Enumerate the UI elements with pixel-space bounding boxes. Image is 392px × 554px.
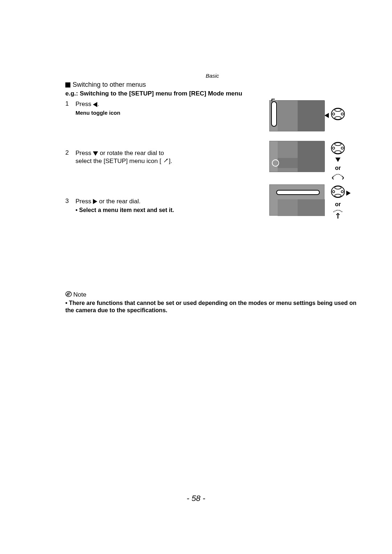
note-icon — [65, 291, 72, 299]
camera-screen-3 — [269, 184, 324, 216]
step1-press: Press — [75, 101, 91, 107]
menu-toggle-label: Menu toggle icon — [75, 110, 207, 116]
svg-point-7 — [335, 143, 341, 146]
note-heading: Note — [65, 291, 359, 299]
svg-point-3 — [335, 117, 341, 119]
dial-indicator-3: or — [330, 184, 346, 219]
svg-point-15 — [341, 191, 343, 193]
note-text: •There are functions that cannot be set … — [65, 300, 359, 314]
step-number: 1 — [65, 100, 75, 107]
or-label: or — [330, 201, 346, 208]
setup-icon-highlight — [272, 159, 279, 167]
step-2: 2 Press or rotate the rear dial to selec… — [65, 149, 207, 166]
step2-press: Press — [75, 150, 91, 156]
step3-rest: or the rear dial. — [99, 198, 140, 205]
camera-screen-2 — [269, 141, 324, 172]
svg-point-6 — [331, 142, 344, 154]
wrench-icon — [163, 158, 169, 166]
filled-square-icon — [65, 82, 70, 87]
illustration-1 — [269, 100, 346, 131]
note-label: Note — [73, 291, 86, 298]
note-block: Note •There are functions that cannot be… — [65, 222, 359, 314]
step2-rest: or rotate the rear dial to — [100, 150, 164, 156]
example-line: e.g.: Switching to the [SETUP] menu from… — [65, 90, 359, 97]
arrow-down-icon — [335, 158, 340, 162]
arrow-left-icon — [324, 112, 329, 118]
d-pad-dial-icon — [331, 184, 345, 199]
step3-detail: • Select a menu item next and set it. — [75, 207, 207, 213]
step-3: 3 Press or the rear dial. • Select a men… — [65, 197, 207, 213]
dial-indicator-1 — [330, 107, 346, 121]
dial-indicator-2: or — [330, 141, 346, 182]
svg-point-12 — [335, 186, 341, 189]
steps-column: 1 Press . Menu toggle icon 2 Press or ro… — [65, 100, 207, 213]
section-header: Basic — [65, 73, 359, 79]
period: . — [97, 101, 99, 107]
page-number: - 58 - — [0, 494, 392, 503]
step-number: 2 — [65, 149, 75, 156]
step-number: 3 — [65, 197, 75, 205]
arrow-right-icon — [93, 199, 97, 204]
svg-point-5 — [341, 113, 343, 115]
svg-point-1 — [331, 108, 344, 120]
svg-point-4 — [332, 113, 335, 115]
subheading-text: Switching to other menus — [73, 81, 146, 88]
svg-point-9 — [332, 147, 335, 149]
arrow-left-icon — [93, 102, 97, 107]
svg-point-13 — [335, 194, 341, 197]
subheading-row: Switching to other menus — [65, 81, 359, 89]
manual-page: Basic Switching to other menus e.g.: Swi… — [0, 0, 392, 447]
menu-tab-highlight — [271, 101, 277, 127]
step-1: 1 Press . Menu toggle icon — [65, 100, 207, 116]
svg-point-14 — [332, 191, 335, 193]
camera-screen-1 — [269, 100, 324, 131]
menu-item-highlight — [276, 190, 320, 195]
svg-rect-0 — [65, 82, 70, 87]
tab-tick-icon — [270, 98, 278, 102]
d-pad-dial-icon — [331, 141, 345, 155]
step2-line2b: ]. — [169, 158, 172, 164]
illustration-3: or — [269, 184, 346, 219]
rear-dial-icon — [331, 173, 345, 182]
rear-dial-press-icon — [331, 209, 345, 219]
step3-press: Press — [75, 198, 91, 205]
svg-point-11 — [331, 186, 344, 197]
or-label: or — [330, 165, 346, 171]
illustration-2: or — [269, 141, 346, 182]
svg-point-2 — [335, 109, 341, 111]
d-pad-dial-icon — [331, 107, 345, 121]
step2-line2a: select the [SETUP] menu icon [ — [75, 158, 161, 164]
arrow-right-icon — [346, 190, 351, 196]
svg-point-10 — [341, 147, 343, 149]
arrow-down-icon — [93, 151, 98, 156]
svg-point-8 — [335, 151, 341, 154]
